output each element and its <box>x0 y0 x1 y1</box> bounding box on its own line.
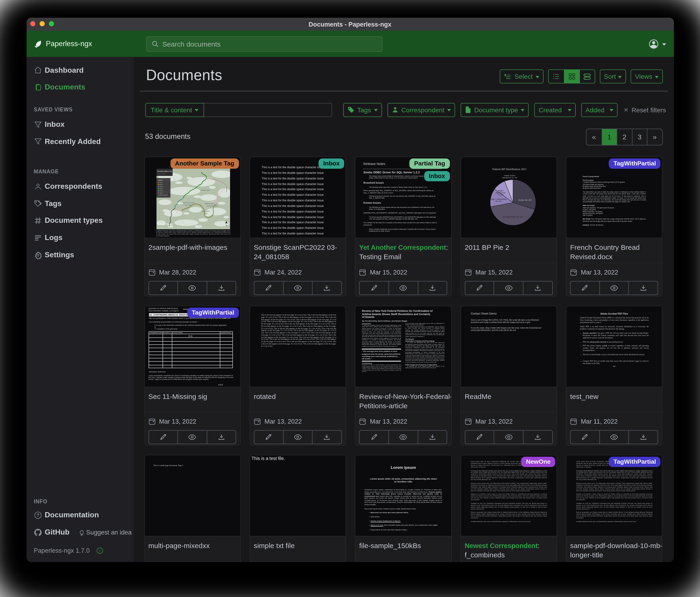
svg-text:Day 3: Day 3 <box>159 186 163 187</box>
svg-text:Day 5: Day 5 <box>159 190 163 192</box>
svg-text:Stage 1 Hypertension,: Stage 1 Hypertension, <box>490 198 507 200</box>
svg-text:Boundary Waters Trip: Boundary Waters Trip <box>157 171 172 172</box>
svg-text:Entry Point134: Entry Point134 <box>159 194 168 196</box>
svg-text:Patient BP Distribution 2011: Patient BP Distribution 2011 <box>492 168 526 171</box>
svg-text:©2017 Google: ©2017 Google <box>157 227 165 229</box>
svg-text:Stage 2: Stage 2 <box>498 190 504 192</box>
svg-text:44, 9%: 44, 9% <box>498 194 503 196</box>
svg-text:Half Day Island: Half Day Island <box>205 203 214 205</box>
svg-text:Hausen Island: Hausen Island <box>201 189 210 191</box>
svg-text:Pre-hypertension, 212, 42%: Pre-hypertension, 212, 42% <box>502 216 524 218</box>
svg-text:Day 6: Day 6 <box>159 192 163 194</box>
svg-text:Day 2: Day 2 <box>159 184 163 185</box>
svg-text:?: ? <box>36 512 39 517</box>
svg-text:Hypertension,: Hypertension, <box>496 192 506 194</box>
svg-text:Center Island: Center Island <box>201 210 209 212</box>
svg-text:Isolated Systolic: Isolated Systolic <box>504 175 515 176</box>
svg-text:65, 13%: 65, 13% <box>495 200 502 202</box>
svg-text:Day 4: Day 4 <box>159 188 163 189</box>
svg-text:Washington Island: Washington Island <box>206 205 218 207</box>
svg-text:Normal, 151, 30%: Normal, 151, 30% <box>518 199 532 201</box>
svg-text:i: i <box>99 548 100 553</box>
svg-text:Hypertension, 31, 6%: Hypertension, 31, 6% <box>502 177 517 179</box>
svg-text:Day 1: Day 1 <box>159 182 163 183</box>
svg-text:6+ days in BWCA: 6+ days in BWCA <box>157 173 165 174</box>
svg-text:Gary Island: Gary Island <box>184 205 192 206</box>
svg-text:Legend: Legend <box>157 180 162 181</box>
svg-text:New Found Island: New Found Island <box>183 202 194 204</box>
svg-text:Google Earth: Google Earth <box>157 223 172 225</box>
svg-text:N: N <box>225 224 227 226</box>
